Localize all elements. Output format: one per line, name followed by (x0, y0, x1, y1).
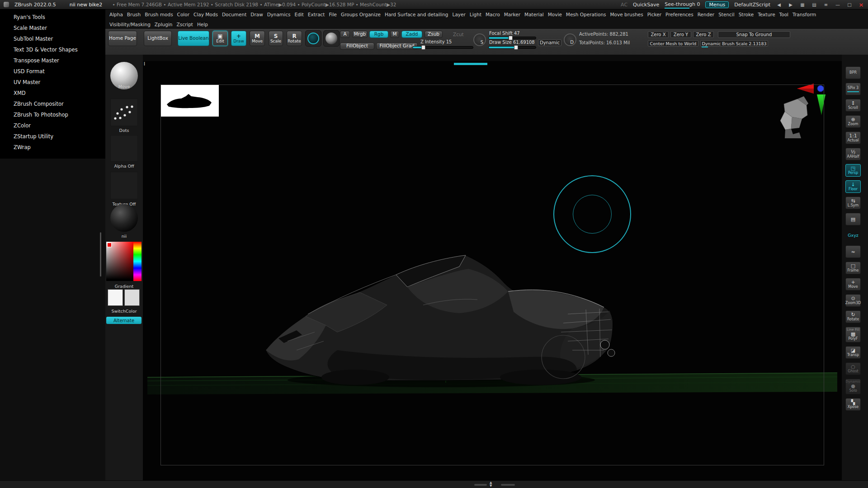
menu-item[interactable]: Material (524, 12, 544, 17)
shelf-button[interactable]: + Move (845, 278, 861, 291)
menu-item[interactable]: Stencil (718, 12, 735, 17)
see-through-slider[interactable]: See-through 0 (665, 1, 700, 8)
zero-y-button[interactable]: Zero Y (670, 31, 691, 38)
zplugin-menu-item[interactable]: ZBrush Compositor (0, 99, 105, 109)
alternate-button[interactable]: Alternate (106, 317, 142, 324)
menu-item[interactable]: Color (177, 12, 189, 17)
zsub-button[interactable]: Zsub (425, 31, 443, 38)
menu-item[interactable]: Dynamics (267, 12, 291, 17)
left-tray-scrollbar[interactable] (100, 232, 101, 277)
shelf-button[interactable]: Gxyz (845, 229, 861, 242)
mrgb-button[interactable]: Mrgb (352, 31, 368, 38)
shelf-button[interactable]: ½ AAHalf (845, 148, 861, 160)
shelf-button[interactable]: ▤ (845, 213, 861, 225)
rgb-button[interactable]: Rgb (369, 31, 388, 38)
maximize-button[interactable]: □ (846, 2, 853, 7)
menu-item[interactable]: Alpha (109, 12, 123, 17)
shelf-button[interactable]: ↻ Rotate (845, 310, 861, 323)
layout-grid-icon[interactable]: ▦ (799, 2, 806, 7)
shelf-button[interactable]: ↓ Floor (845, 180, 861, 193)
material-thumbnail[interactable] (110, 204, 138, 232)
draw-size-dial[interactable]: D (564, 33, 576, 46)
menu-item[interactable]: Draw (250, 12, 263, 17)
z-intensity-handle[interactable] (421, 45, 425, 50)
snap-to-ground-button[interactable]: Snap To Ground (718, 31, 790, 38)
secondary-color-swatch[interactable] (124, 289, 140, 306)
menu-item[interactable]: Zplugin (155, 22, 173, 27)
zplugin-menu-item[interactable]: Transpose Master (0, 55, 105, 66)
dynamic-toggle[interactable]: Dynamic (538, 39, 561, 46)
zplugin-menu-item[interactable]: ZStartup Utility (0, 131, 105, 142)
menu-item[interactable]: Texture (758, 12, 775, 17)
zplugin-menu-item[interactable]: XMD (0, 88, 105, 99)
shelf-button[interactable]: ⊙ Zoom3D (845, 294, 861, 307)
m-button[interactable]: M (390, 31, 399, 38)
menu-item[interactable]: Move brushes (610, 12, 643, 17)
menu-item[interactable]: Brush (127, 12, 141, 17)
menu-item[interactable]: Render (698, 12, 714, 17)
zero-x-button[interactable]: Zero X (648, 31, 669, 38)
alpha-thumbnail[interactable] (110, 135, 138, 162)
zplugin-menu-item[interactable]: Ryan's Tools (0, 12, 105, 23)
zplugin-menu-item[interactable]: ZBrush To Photoshop (0, 109, 105, 120)
bottom-scroll-arrows[interactable]: ▲▼ (490, 481, 492, 488)
menu-item[interactable]: Preferences (665, 12, 693, 17)
bottom-slider-left[interactable] (474, 484, 487, 486)
menu-item[interactable]: Light (470, 12, 481, 17)
saturation-square[interactable] (106, 242, 133, 281)
canvas-viewport[interactable]: I (143, 61, 842, 480)
menu-item[interactable]: Movie (548, 12, 562, 17)
dynamic-brush-scale-field[interactable]: Dynamic Brush Scale 2.13183 (700, 40, 768, 47)
zplugin-menu-item[interactable]: USD Format (0, 66, 105, 77)
rotate-mode-button[interactable]: R Rotate (287, 31, 302, 46)
menu-item[interactable]: Clay Mods (193, 12, 218, 17)
draw-mode-button[interactable]: + Draw (231, 31, 246, 46)
hue-strip[interactable] (133, 242, 142, 281)
menu-item[interactable]: Groups Organize (341, 12, 381, 17)
shelf-button[interactable]: ≈ (845, 245, 861, 258)
shelf-button[interactable]: ◳ Persp (845, 164, 861, 177)
menu-item[interactable]: Macro (486, 12, 500, 17)
menu-item[interactable]: Help (197, 22, 208, 27)
focal-shift-slider[interactable] (488, 37, 536, 39)
shelf-button[interactable]: ○ Ghost (845, 362, 861, 375)
menu-item[interactable]: Tool (779, 12, 788, 17)
zadd-button[interactable]: Zadd (401, 31, 422, 38)
menu-item[interactable]: Stroke (739, 12, 754, 17)
menu-item[interactable]: File (329, 12, 337, 17)
menu-item[interactable]: Marker (504, 12, 520, 17)
shelf-button[interactable]: ▚ Xpose (845, 398, 861, 411)
tutorial-back-icon[interactable]: ◀ (776, 2, 782, 7)
shelf-button[interactable]: Line Fill ▩ PolyF (845, 327, 861, 343)
texture-thumbnail[interactable] (110, 172, 138, 199)
zplugin-menu-item[interactable]: Text 3D & Vector Shapes (0, 44, 105, 55)
timeline-indicator[interactable] (454, 63, 487, 65)
shelf-button[interactable]: ↕ Scroll (845, 99, 861, 112)
shelf-button[interactable]: 1:1 Actual (845, 131, 861, 144)
draw-size-handle[interactable] (514, 45, 518, 50)
menu-item[interactable]: Hard Surface and detailing (385, 12, 448, 17)
scroll-down-icon[interactable]: ▼ (490, 484, 492, 488)
home-page-button[interactable]: Home Page (108, 31, 137, 46)
anchor-a-button[interactable]: A (340, 31, 350, 38)
menu-item[interactable]: Layer (453, 12, 466, 17)
bottom-slider-right[interactable] (501, 484, 515, 486)
zplugin-menu-item[interactable]: SubTool Master (0, 33, 105, 44)
tutorial-forward-icon[interactable]: ▶ (788, 2, 794, 7)
stroke-type-thumbnail[interactable] (110, 99, 138, 126)
shelf-button[interactable]: □ Frame (845, 262, 861, 274)
edit-mode-button[interactable]: ▣ Edit (212, 31, 228, 46)
scale-mode-button[interactable]: S Scale (269, 31, 283, 46)
menu-item[interactable]: Document (222, 12, 246, 17)
zplugin-menu-item[interactable]: ZColor (0, 120, 105, 131)
hamburger-menu-icon[interactable]: ≡ (823, 2, 829, 7)
menus-toggle[interactable]: Menus (705, 1, 729, 8)
shelf-button[interactable]: SPix 3 (845, 83, 861, 95)
menu-item[interactable]: Brush mods (145, 12, 173, 17)
shelf-button[interactable]: ◪ Transp (845, 346, 861, 359)
zero-z-button[interactable]: Zero Z (693, 31, 714, 38)
menu-item[interactable]: Mesh Operations (566, 12, 606, 17)
fillobject-button[interactable]: FillObject (340, 42, 374, 50)
shelf-button[interactable]: ⊕ Zoom (845, 115, 861, 128)
menu-item[interactable]: Transform (793, 12, 816, 17)
